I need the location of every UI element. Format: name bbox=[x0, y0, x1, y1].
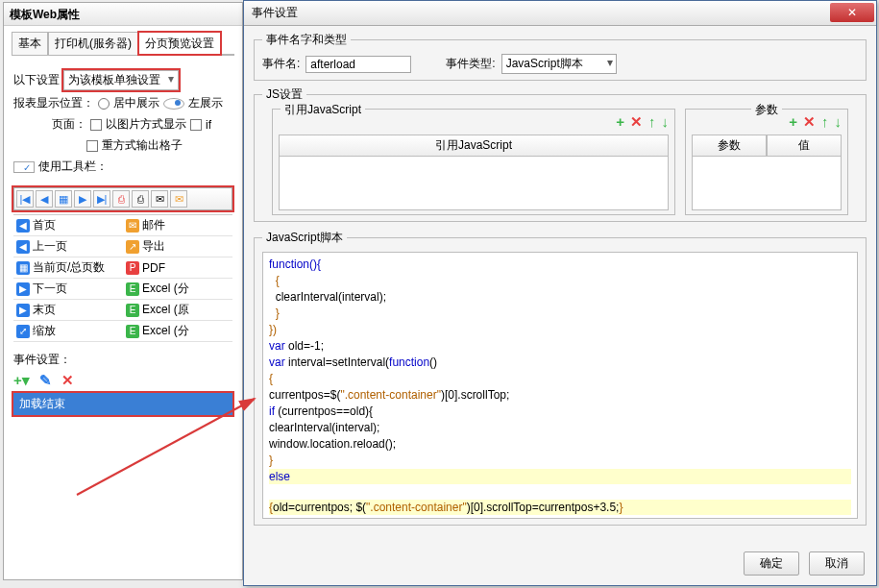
dlg-title: 事件设置 bbox=[252, 5, 298, 21]
event-label: 事件设置： bbox=[13, 352, 232, 368]
param-del-button[interactable]: ✕ bbox=[803, 113, 816, 131]
event-item-afterload[interactable]: 加载结束 bbox=[13, 393, 232, 415]
event-name-group: 事件名字和类型 事件名: afterload 事件类型: JavaScript脚… bbox=[254, 32, 867, 81]
tb-print[interactable]: ⎙ bbox=[132, 190, 149, 208]
tb-mail2[interactable]: ✉ bbox=[170, 190, 187, 208]
del-event-button[interactable]: ✕ bbox=[61, 372, 74, 389]
excel-icon: E bbox=[126, 325, 139, 338]
tabs: 基本 打印机(服务器) 分页预览设置 bbox=[12, 32, 234, 55]
param-list[interactable] bbox=[692, 157, 842, 210]
js-del-button[interactable]: ✕ bbox=[630, 113, 643, 131]
excel-icon: E bbox=[126, 282, 139, 296]
cancel-button[interactable]: 取消 bbox=[809, 551, 865, 576]
excel-icon: E bbox=[126, 304, 139, 317]
js-ref-list[interactable] bbox=[279, 157, 669, 210]
radio-left[interactable] bbox=[163, 98, 184, 110]
zoom-icon: ⤢ bbox=[16, 325, 30, 338]
js-settings-group: JS设置 引用JavaScript + ✕ ↑ ↓ 引用JavaScript 参… bbox=[254, 86, 867, 222]
template-web-attrs-window: 模板Web属性 基本 打印机(服务器) 分页预览设置 以下设置 为该模板单独设置… bbox=[3, 2, 243, 580]
close-button[interactable]: ✕ bbox=[830, 3, 874, 22]
event-name-input[interactable]: afterload bbox=[305, 56, 411, 73]
export-icon: ↗ bbox=[126, 240, 139, 254]
prev-icon: ◀ bbox=[16, 240, 30, 254]
page-icon: ▦ bbox=[16, 261, 30, 275]
setting-label: 以下设置 bbox=[13, 72, 60, 88]
add-event-button[interactable]: +▾ bbox=[13, 372, 30, 389]
tb-first[interactable]: |◀ bbox=[16, 190, 34, 208]
next-icon: ▶ bbox=[16, 282, 30, 296]
tb-next[interactable]: ▶ bbox=[74, 190, 91, 208]
chk-img[interactable] bbox=[90, 119, 102, 131]
edit-event-button[interactable]: ✎ bbox=[39, 372, 52, 389]
param-down-button[interactable]: ↓ bbox=[835, 113, 842, 131]
chk-toolbar[interactable] bbox=[13, 161, 35, 173]
event-settings-dialog: 事件设置 ✕ 事件名字和类型 事件名: afterload 事件类型: Java… bbox=[243, 0, 877, 586]
pdf-icon: P bbox=[126, 261, 139, 275]
ok-button[interactable]: 确定 bbox=[744, 551, 799, 576]
first-icon: ◀ bbox=[16, 219, 30, 233]
toolbar: |◀ ◀ ▦ ▶ ▶| ⎙ ⎙ ✉ ✉ bbox=[13, 187, 232, 210]
code-editor[interactable]: function(){ { clearInterval(interval); }… bbox=[262, 252, 858, 519]
tb-mail[interactable]: ✉ bbox=[151, 190, 168, 208]
js-up-button[interactable]: ↑ bbox=[648, 113, 656, 131]
tab-pagination[interactable]: 分页预览设置 bbox=[138, 32, 221, 55]
pos-label: 报表显示位置： bbox=[13, 95, 94, 111]
tb-pdf[interactable]: ⎙ bbox=[112, 190, 130, 208]
mail-icon: ✉ bbox=[126, 219, 139, 233]
left-title: 模板Web属性 bbox=[4, 3, 242, 26]
param-up-button[interactable]: ↑ bbox=[821, 113, 829, 131]
js-add-button[interactable]: + bbox=[616, 113, 624, 131]
radio-center[interactable] bbox=[98, 98, 110, 110]
tb-grid[interactable]: ▦ bbox=[55, 190, 72, 208]
js-down-button[interactable]: ↓ bbox=[662, 113, 670, 131]
tb-prev[interactable]: ◀ bbox=[36, 190, 53, 208]
chk-grid[interactable] bbox=[86, 140, 98, 152]
param-add-button[interactable]: + bbox=[789, 113, 797, 131]
last-icon: ▶ bbox=[16, 304, 30, 317]
tab-basic[interactable]: 基本 bbox=[12, 32, 48, 55]
event-type-select[interactable]: JavaScript脚本 bbox=[501, 54, 617, 74]
chk-if[interactable] bbox=[190, 119, 202, 131]
js-script-group: JavaScript脚本 function(){ { clearInterval… bbox=[254, 230, 867, 526]
setting-select[interactable]: 为该模板单独设置 bbox=[63, 70, 179, 90]
nav-list: ◀首页✉邮件 ◀上一页↗导出 ▦当前页/总页数PPDF ▶下一页EExcel (… bbox=[13, 214, 232, 342]
tab-printer[interactable]: 打印机(服务器) bbox=[48, 32, 138, 55]
tb-last[interactable]: ▶| bbox=[93, 190, 110, 208]
